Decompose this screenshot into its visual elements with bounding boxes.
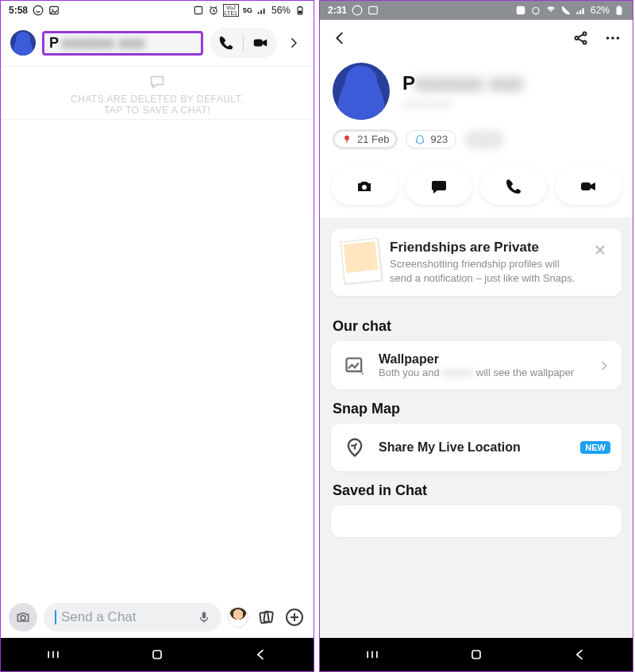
whatsapp-icon xyxy=(352,5,363,16)
new-badge: NEW xyxy=(580,441,610,454)
chat-button[interactable] xyxy=(406,168,472,205)
chat-body[interactable] xyxy=(1,120,314,597)
polaroid-icon xyxy=(340,238,382,285)
saved-chat-card[interactable] xyxy=(331,505,622,537)
empty-line-2: TAP TO SAVE A CHAT! xyxy=(1,105,314,116)
network-type-icon: VoJLTE1 xyxy=(223,4,239,17)
alarm-icon xyxy=(530,5,541,16)
cards-icon xyxy=(256,608,275,627)
section-saved-chat-title: Saved in Chat xyxy=(333,482,620,499)
svg-rect-3 xyxy=(194,6,202,13)
camera-icon xyxy=(15,609,31,625)
chat-icon xyxy=(429,177,448,196)
chevron-right-icon xyxy=(598,359,610,372)
chevron-left-icon xyxy=(331,29,348,47)
share-location-row[interactable]: Share My Live Location NEW xyxy=(331,424,622,471)
snapscore-chip[interactable]: 923 xyxy=(406,130,456,148)
chat-header: Pxxxxxx xxx xyxy=(1,20,314,66)
wallpaper-icon xyxy=(344,355,366,377)
video-icon xyxy=(579,177,598,196)
svg-rect-17 xyxy=(517,6,524,13)
android-back-button[interactable] xyxy=(253,647,269,662)
svg-rect-29 xyxy=(581,182,591,190)
voice-call-button[interactable] xyxy=(480,168,547,205)
profile-chips: 21 Feb 923 xyxy=(333,129,620,149)
camera-button[interactable] xyxy=(9,603,37,632)
wifi-call-icon xyxy=(545,5,556,16)
screenshot-left: 5:58 VoJLTE1 5G 56% Pxxxxxx xxx xyxy=(0,0,314,672)
profile-action-row xyxy=(320,160,633,217)
video-call-button[interactable] xyxy=(555,168,622,205)
volte-icon xyxy=(560,5,572,16)
memories-button[interactable] xyxy=(255,606,277,628)
android-recents-button[interactable] xyxy=(364,647,380,662)
friend-name-initial: P xyxy=(402,72,415,94)
close-icon xyxy=(593,243,607,257)
mic-button[interactable] xyxy=(193,606,215,628)
whatsapp-icon xyxy=(33,5,44,16)
android-status-bar: 2:31 62% xyxy=(320,1,633,20)
nfc-icon xyxy=(193,5,204,16)
snap-button[interactable] xyxy=(331,168,398,205)
header-chevron-button[interactable] xyxy=(283,36,304,50)
section-snap-map-title: Snap Map xyxy=(333,401,620,417)
share-button[interactable] xyxy=(572,29,590,47)
chat-bubble-icon xyxy=(148,73,166,90)
privacy-notice-card: Friendships are Private Screenshotting f… xyxy=(331,228,622,296)
privacy-title: Friendships are Private xyxy=(390,240,580,255)
back-button[interactable] xyxy=(331,29,348,47)
android-home-button[interactable] xyxy=(468,647,484,662)
svg-point-18 xyxy=(533,8,539,14)
more-horizontal-icon xyxy=(604,29,622,47)
divider xyxy=(243,34,244,52)
birthday-text: 21 Feb xyxy=(357,133,389,145)
add-button[interactable] xyxy=(283,606,306,628)
screenshot-right: 2:31 62% xyxy=(319,0,633,672)
bitmoji-sticker-button[interactable] xyxy=(228,607,248,628)
empty-line-1: CHATS ARE DELETED BY DEFAULT. xyxy=(1,94,314,105)
zodiac-chip-redacted[interactable] xyxy=(464,130,504,149)
phone-icon xyxy=(217,34,235,52)
android-nav-bar xyxy=(1,638,314,671)
wallpaper-row[interactable]: Wallpaper Both you and xxxxxx will see t… xyxy=(331,341,622,390)
friend-username-redacted: xxxxxxx xyxy=(402,98,524,110)
friend-name: Pxxxxxx xxx xyxy=(402,72,524,94)
chat-input-row: Send a Chat xyxy=(1,597,314,638)
network-5g-badge: 5G xyxy=(243,6,252,14)
android-home-button[interactable] xyxy=(149,647,165,662)
chevron-right-icon xyxy=(287,36,301,50)
video-call-button[interactable] xyxy=(248,31,272,55)
chat-input-placeholder: Send a Chat xyxy=(61,609,193,625)
image-icon xyxy=(368,5,379,16)
battery-icon xyxy=(614,5,625,16)
wallpaper-title: Wallpaper xyxy=(379,352,587,367)
birthday-chip[interactable]: 21 Feb xyxy=(333,129,398,149)
android-nav-bar xyxy=(320,638,633,671)
status-time: 2:31 xyxy=(328,5,347,16)
chat-text-input[interactable]: Send a Chat xyxy=(44,603,221,632)
location-pin-icon xyxy=(344,436,366,459)
balloon-icon xyxy=(341,134,352,145)
android-recents-button[interactable] xyxy=(45,647,61,662)
svg-rect-6 xyxy=(298,11,302,13)
alarm-icon xyxy=(208,5,219,16)
more-button[interactable] xyxy=(604,29,622,47)
svg-point-0 xyxy=(33,6,43,15)
dismiss-privacy-button[interactable] xyxy=(590,240,610,260)
friend-name-button[interactable]: Pxxxxxx xxx xyxy=(42,31,203,56)
snapscore-text: 923 xyxy=(430,133,448,145)
voice-call-button[interactable] xyxy=(214,31,238,55)
signal-icon xyxy=(256,5,267,16)
android-back-button[interactable] xyxy=(572,647,588,662)
friend-avatar[interactable] xyxy=(10,30,36,56)
mic-icon xyxy=(197,610,211,624)
text-caret xyxy=(55,610,56,624)
friend-avatar-large[interactable] xyxy=(333,63,390,120)
svg-rect-16 xyxy=(369,6,378,13)
svg-rect-21 xyxy=(618,6,620,7)
friend-name-initial: P xyxy=(49,35,59,52)
battery-icon xyxy=(294,5,306,16)
nfc-icon xyxy=(515,5,526,16)
friend-name-redacted: xxxxxx xxx xyxy=(415,72,524,94)
svg-rect-7 xyxy=(299,6,301,7)
